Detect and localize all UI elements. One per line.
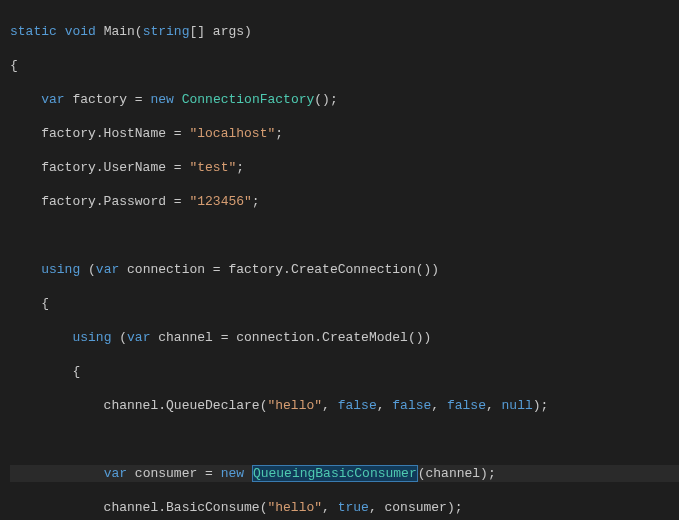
code-line: { <box>10 57 679 74</box>
code-line: { <box>10 295 679 312</box>
selected-text: QueueingBasicConsumer <box>252 465 418 482</box>
code-line: channel.QueueDeclare("hello", false, fal… <box>10 397 679 414</box>
code-line: using (var channel = connection.CreateMo… <box>10 329 679 346</box>
code-line: { <box>10 363 679 380</box>
code-line: factory.UserName = "test"; <box>10 159 679 176</box>
code-line <box>10 431 679 448</box>
code-editor[interactable]: static void Main(string[] args) { var fa… <box>0 0 679 520</box>
code-line <box>10 227 679 244</box>
code-line: factory.Password = "123456"; <box>10 193 679 210</box>
code-line: var factory = new ConnectionFactory(); <box>10 91 679 108</box>
code-line: using (var connection = factory.CreateCo… <box>10 261 679 278</box>
code-line: channel.BasicConsume("hello", true, cons… <box>10 499 679 516</box>
code-line: static void Main(string[] args) <box>10 23 679 40</box>
code-line: factory.HostName = "localhost"; <box>10 125 679 142</box>
code-line-highlighted: var consumer = new QueueingBasicConsumer… <box>10 465 679 482</box>
